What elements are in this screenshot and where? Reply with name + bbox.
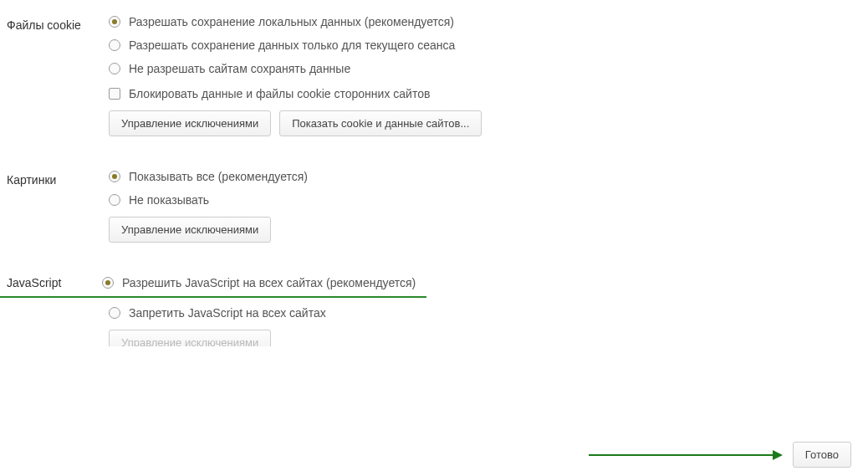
- javascript-exceptions-button[interactable]: Управление исключениями: [109, 330, 271, 346]
- cookies-allow-session-row[interactable]: Разрешать сохранение данных только для т…: [109, 38, 835, 52]
- arrow-right-icon: [589, 450, 783, 460]
- cookies-block-thirdparty-row[interactable]: Блокировать данные и файлы cookie сторон…: [109, 87, 835, 100]
- images-label: Картинки: [0, 170, 109, 187]
- cookies-block-thirdparty-label: Блокировать данные и файлы cookie сторон…: [129, 87, 430, 100]
- javascript-highlight: JavaScript Разрешить JavaScript на всех …: [0, 276, 426, 298]
- done-button[interactable]: Готово: [793, 442, 851, 468]
- radio-icon: [109, 171, 120, 182]
- javascript-rest: Запретить JavaScript на всех сайтах Упра…: [109, 306, 868, 346]
- images-show-all-row[interactable]: Показывать все (рекомендуется): [109, 170, 835, 183]
- cookies-show-cookies-button[interactable]: Показать cookie и данные сайтов...: [279, 110, 482, 136]
- javascript-allow-label: Разрешить JavaScript на всех сайтах (рек…: [122, 276, 416, 289]
- cookies-block-all-label: Не разрешать сайтам сохранять данные: [129, 62, 350, 75]
- javascript-block-row[interactable]: Запретить JavaScript на всех сайтах: [109, 306, 868, 320]
- cookies-exceptions-button[interactable]: Управление исключениями: [109, 110, 271, 136]
- javascript-allow-row[interactable]: Разрешить JavaScript на всех сайтах (рек…: [102, 276, 416, 289]
- images-content: Показывать все (рекомендуется) Не показы…: [109, 170, 868, 243]
- cookies-label: Файлы cookie: [0, 15, 109, 32]
- radio-icon: [109, 194, 120, 206]
- cookies-content: Разрешать сохранение локальных данных (р…: [109, 15, 868, 136]
- javascript-block-label: Запретить JavaScript на всех сайтах: [129, 306, 326, 320]
- footer: Готово: [589, 442, 851, 468]
- radio-icon: [102, 277, 114, 289]
- javascript-buttons-partial: Управление исключениями: [109, 330, 868, 346]
- javascript-label: JavaScript: [0, 276, 102, 289]
- cookies-allow-session-label: Разрешать сохранение данных только для т…: [129, 38, 455, 52]
- images-show-all-label: Показывать все (рекомендуется): [129, 170, 308, 183]
- radio-icon: [109, 307, 120, 319]
- cookies-allow-local-label: Разрешать сохранение локальных данных (р…: [129, 15, 454, 28]
- images-hide-row[interactable]: Не показывать: [109, 193, 835, 207]
- cookies-buttons: Управление исключениями Показать cookie …: [109, 110, 835, 136]
- radio-icon: [109, 63, 120, 74]
- images-exceptions-button[interactable]: Управление исключениями: [109, 217, 271, 243]
- images-buttons: Управление исключениями: [109, 217, 835, 243]
- radio-icon: [109, 16, 120, 28]
- section-javascript: JavaScript Разрешить JavaScript на всех …: [0, 276, 868, 346]
- cookies-allow-local-row[interactable]: Разрешать сохранение локальных данных (р…: [109, 15, 835, 28]
- section-images: Картинки Показывать все (рекомендуется) …: [0, 170, 868, 243]
- section-cookies: Файлы cookie Разрешать сохранение локаль…: [0, 0, 868, 136]
- images-hide-label: Не показывать: [129, 193, 209, 207]
- radio-icon: [109, 39, 120, 51]
- checkbox-icon: [109, 88, 120, 100]
- cookies-block-all-row[interactable]: Не разрешать сайтам сохранять данные: [109, 62, 835, 75]
